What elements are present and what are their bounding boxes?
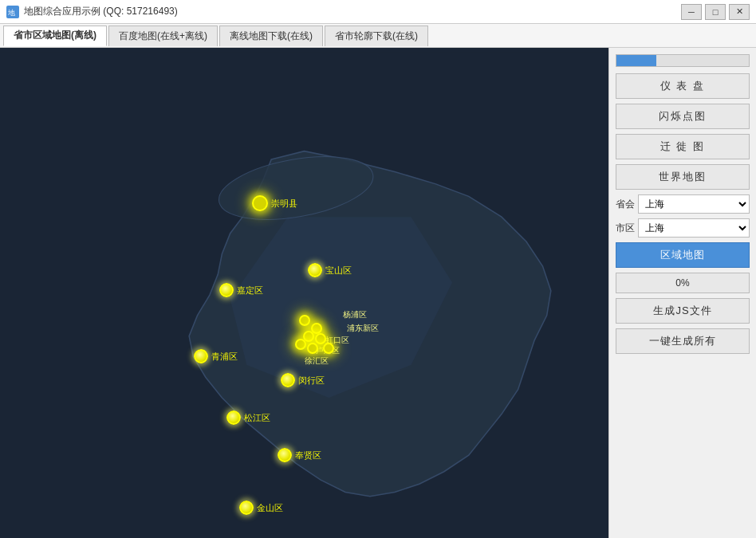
province-row: 省会 上海 bbox=[616, 194, 750, 214]
menu-bar: 省市区域地图(离线) 百度地图(在线+离线) 离线地图下载(在线) 省市轮廓下载… bbox=[0, 24, 756, 48]
maximize-button[interactable]: □ bbox=[705, 4, 726, 20]
tab-province-outline[interactable]: 省市轮廓下载(在线) bbox=[325, 26, 428, 46]
province-label: 省会 bbox=[616, 198, 635, 211]
city-row: 市区 上海 bbox=[616, 218, 750, 238]
svg-text:地: 地 bbox=[7, 9, 15, 17]
generate-js-button[interactable]: 生成JS文件 bbox=[616, 298, 750, 324]
region-map-button[interactable]: 区域地图 bbox=[616, 242, 750, 268]
app-icon: 地 bbox=[6, 6, 19, 18]
migration-button[interactable]: 迁 徙 图 bbox=[616, 134, 750, 159]
progress-text: 0% bbox=[616, 273, 750, 293]
dashboard-button[interactable]: 仪 表 盘 bbox=[616, 73, 750, 99]
map-area[interactable]: 崇明县 宝山区 嘉定区 杨浦区 浦东新区 虹口区 卢湾区 徐汇区 bbox=[0, 48, 608, 538]
minimize-button[interactable]: ─ bbox=[681, 4, 702, 20]
main-content: 崇明县 宝山区 嘉定区 杨浦区 浦东新区 虹口区 卢湾区 徐汇区 bbox=[0, 48, 756, 538]
map-svg-container bbox=[0, 48, 608, 538]
tab-baidu-map[interactable]: 百度地图(在线+离线) bbox=[108, 26, 218, 46]
cluster-dots bbox=[283, 311, 347, 367]
generate-all-button[interactable]: 一键生成所有 bbox=[616, 328, 750, 354]
window-controls: ─ □ ✕ bbox=[681, 4, 750, 20]
progress-bar-fill bbox=[616, 55, 656, 66]
city-label: 市区 bbox=[616, 222, 635, 235]
province-select[interactable]: 上海 bbox=[638, 194, 750, 214]
title-bar-left: 地 地图综合应用示例 (QQ: 517216493) bbox=[6, 5, 178, 18]
tab-offline-district[interactable]: 省市区域地图(离线) bbox=[3, 26, 107, 46]
app-title: 地图综合应用示例 (QQ: 517216493) bbox=[24, 5, 178, 18]
right-panel: 仪 表 盘 闪烁点图 迁 徙 图 世界地图 省会 上海 市区 上海 区域地图 0… bbox=[608, 48, 756, 538]
world-map-button[interactable]: 世界地图 bbox=[616, 164, 750, 190]
city-select[interactable]: 上海 bbox=[638, 218, 750, 238]
tab-offline-download[interactable]: 离线地图下载(在线) bbox=[219, 26, 323, 46]
close-button[interactable]: ✕ bbox=[729, 4, 750, 20]
title-bar: 地 地图综合应用示例 (QQ: 517216493) ─ □ ✕ bbox=[0, 0, 756, 24]
flash-point-button[interactable]: 闪烁点图 bbox=[616, 104, 750, 129]
top-progress-bar bbox=[616, 54, 750, 67]
